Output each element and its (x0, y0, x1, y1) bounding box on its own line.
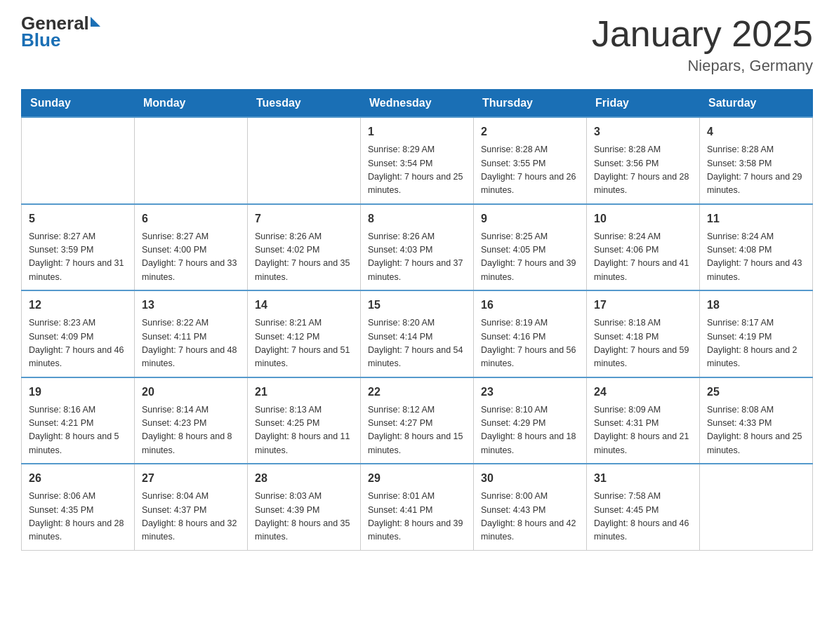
day-number: 13 (142, 297, 240, 314)
day-info: Sunrise: 8:22 AM Sunset: 4:11 PM Dayligh… (142, 316, 240, 371)
day-number: 30 (481, 470, 579, 487)
day-info: Sunrise: 8:10 AM Sunset: 4:29 PM Dayligh… (481, 403, 579, 458)
day-info: Sunrise: 8:25 AM Sunset: 4:05 PM Dayligh… (481, 230, 579, 285)
column-header-saturday: Saturday (700, 90, 813, 118)
calendar-cell: 5Sunrise: 8:27 AM Sunset: 3:59 PM Daylig… (22, 204, 135, 291)
day-number: 23 (481, 384, 579, 401)
day-number: 2 (481, 123, 579, 140)
calendar-cell: 31Sunrise: 7:58 AM Sunset: 4:45 PM Dayli… (587, 464, 700, 550)
page-header: General Blue January 2025 Niepars, Germa… (21, 14, 813, 75)
day-number: 9 (481, 210, 579, 227)
day-number: 28 (255, 470, 353, 487)
day-info: Sunrise: 8:12 AM Sunset: 4:27 PM Dayligh… (368, 403, 466, 458)
calendar-cell (135, 117, 248, 204)
day-info: Sunrise: 8:28 AM Sunset: 3:55 PM Dayligh… (481, 143, 579, 198)
calendar-cell: 6Sunrise: 8:27 AM Sunset: 4:00 PM Daylig… (135, 204, 248, 291)
day-number: 29 (368, 470, 466, 487)
day-info: Sunrise: 8:17 AM Sunset: 4:19 PM Dayligh… (707, 316, 805, 371)
day-info: Sunrise: 8:14 AM Sunset: 4:23 PM Dayligh… (142, 403, 240, 458)
location-subtitle: Niepars, Germany (592, 57, 813, 75)
day-number: 10 (594, 210, 692, 227)
calendar-cell: 19Sunrise: 8:16 AM Sunset: 4:21 PM Dayli… (22, 377, 135, 464)
day-info: Sunrise: 8:26 AM Sunset: 4:03 PM Dayligh… (368, 230, 466, 285)
day-info: Sunrise: 8:20 AM Sunset: 4:14 PM Dayligh… (368, 316, 466, 371)
column-header-friday: Friday (587, 90, 700, 118)
calendar-cell: 2Sunrise: 8:28 AM Sunset: 3:55 PM Daylig… (474, 117, 587, 204)
day-info: Sunrise: 8:24 AM Sunset: 4:08 PM Dayligh… (707, 230, 805, 285)
calendar-cell: 15Sunrise: 8:20 AM Sunset: 4:14 PM Dayli… (361, 290, 474, 377)
day-info: Sunrise: 8:03 AM Sunset: 4:39 PM Dayligh… (255, 490, 353, 544)
calendar-week-row: 1Sunrise: 8:29 AM Sunset: 3:54 PM Daylig… (22, 117, 813, 204)
title-block: January 2025 Niepars, Germany (592, 14, 813, 75)
calendar-cell: 21Sunrise: 8:13 AM Sunset: 4:25 PM Dayli… (248, 377, 361, 464)
calendar-cell (22, 117, 135, 204)
day-info: Sunrise: 8:09 AM Sunset: 4:31 PM Dayligh… (594, 403, 692, 458)
calendar-cell: 10Sunrise: 8:24 AM Sunset: 4:06 PM Dayli… (587, 204, 700, 291)
logo-triangle-icon (91, 17, 100, 27)
calendar-cell: 14Sunrise: 8:21 AM Sunset: 4:12 PM Dayli… (248, 290, 361, 377)
day-number: 18 (707, 297, 805, 314)
day-number: 4 (707, 123, 805, 140)
calendar-cell: 9Sunrise: 8:25 AM Sunset: 4:05 PM Daylig… (474, 204, 587, 291)
calendar-cell: 4Sunrise: 8:28 AM Sunset: 3:58 PM Daylig… (700, 117, 813, 204)
logo: General Blue (21, 14, 100, 49)
calendar-cell: 24Sunrise: 8:09 AM Sunset: 4:31 PM Dayli… (587, 377, 700, 464)
calendar-cell: 1Sunrise: 8:29 AM Sunset: 3:54 PM Daylig… (361, 117, 474, 204)
calendar-week-row: 19Sunrise: 8:16 AM Sunset: 4:21 PM Dayli… (22, 377, 813, 464)
day-number: 19 (29, 384, 127, 401)
calendar-cell: 29Sunrise: 8:01 AM Sunset: 4:41 PM Dayli… (361, 464, 474, 550)
day-info: Sunrise: 8:27 AM Sunset: 3:59 PM Dayligh… (29, 230, 127, 285)
day-info: Sunrise: 8:16 AM Sunset: 4:21 PM Dayligh… (29, 403, 127, 458)
day-number: 8 (368, 210, 466, 227)
calendar-cell: 7Sunrise: 8:26 AM Sunset: 4:02 PM Daylig… (248, 204, 361, 291)
day-info: Sunrise: 8:13 AM Sunset: 4:25 PM Dayligh… (255, 403, 353, 458)
calendar-cell: 18Sunrise: 8:17 AM Sunset: 4:19 PM Dayli… (700, 290, 813, 377)
calendar-cell: 26Sunrise: 8:06 AM Sunset: 4:35 PM Dayli… (22, 464, 135, 550)
day-info: Sunrise: 8:26 AM Sunset: 4:02 PM Dayligh… (255, 230, 353, 285)
column-header-tuesday: Tuesday (248, 90, 361, 118)
day-info: Sunrise: 8:29 AM Sunset: 3:54 PM Dayligh… (368, 143, 466, 198)
calendar-cell: 30Sunrise: 8:00 AM Sunset: 4:43 PM Dayli… (474, 464, 587, 550)
day-info: Sunrise: 8:08 AM Sunset: 4:33 PM Dayligh… (707, 403, 805, 458)
day-info: Sunrise: 8:18 AM Sunset: 4:18 PM Dayligh… (594, 316, 692, 371)
day-number: 1 (368, 123, 466, 140)
calendar-cell: 22Sunrise: 8:12 AM Sunset: 4:27 PM Dayli… (361, 377, 474, 464)
day-number: 5 (29, 210, 127, 227)
calendar-cell: 16Sunrise: 8:19 AM Sunset: 4:16 PM Dayli… (474, 290, 587, 377)
calendar-week-row: 12Sunrise: 8:23 AM Sunset: 4:09 PM Dayli… (22, 290, 813, 377)
day-info: Sunrise: 8:23 AM Sunset: 4:09 PM Dayligh… (29, 316, 127, 371)
calendar-cell: 3Sunrise: 8:28 AM Sunset: 3:56 PM Daylig… (587, 117, 700, 204)
day-info: Sunrise: 7:58 AM Sunset: 4:45 PM Dayligh… (594, 490, 692, 544)
day-info: Sunrise: 8:21 AM Sunset: 4:12 PM Dayligh… (255, 316, 353, 371)
day-number: 26 (29, 470, 127, 487)
day-number: 22 (368, 384, 466, 401)
calendar-cell (700, 464, 813, 550)
day-number: 6 (142, 210, 240, 227)
day-number: 16 (481, 297, 579, 314)
month-title: January 2025 (592, 14, 813, 54)
day-info: Sunrise: 8:19 AM Sunset: 4:16 PM Dayligh… (481, 316, 579, 371)
day-number: 15 (368, 297, 466, 314)
day-info: Sunrise: 8:24 AM Sunset: 4:06 PM Dayligh… (594, 230, 692, 285)
day-number: 24 (594, 384, 692, 401)
day-info: Sunrise: 8:00 AM Sunset: 4:43 PM Dayligh… (481, 490, 579, 544)
day-number: 27 (142, 470, 240, 487)
day-number: 12 (29, 297, 127, 314)
day-number: 31 (594, 470, 692, 487)
column-header-monday: Monday (135, 90, 248, 118)
day-number: 3 (594, 123, 692, 140)
calendar-table: SundayMondayTuesdayWednesdayThursdayFrid… (21, 89, 813, 551)
calendar-week-row: 26Sunrise: 8:06 AM Sunset: 4:35 PM Dayli… (22, 464, 813, 550)
calendar-cell: 13Sunrise: 8:22 AM Sunset: 4:11 PM Dayli… (135, 290, 248, 377)
calendar-cell (248, 117, 361, 204)
calendar-cell: 28Sunrise: 8:03 AM Sunset: 4:39 PM Dayli… (248, 464, 361, 550)
day-info: Sunrise: 8:28 AM Sunset: 3:56 PM Dayligh… (594, 143, 692, 198)
calendar-cell: 11Sunrise: 8:24 AM Sunset: 4:08 PM Dayli… (700, 204, 813, 291)
day-number: 11 (707, 210, 805, 227)
day-number: 25 (707, 384, 805, 401)
column-header-thursday: Thursday (474, 90, 587, 118)
day-number: 14 (255, 297, 353, 314)
calendar-cell: 25Sunrise: 8:08 AM Sunset: 4:33 PM Dayli… (700, 377, 813, 464)
column-header-wednesday: Wednesday (361, 90, 474, 118)
day-info: Sunrise: 8:06 AM Sunset: 4:35 PM Dayligh… (29, 490, 127, 544)
